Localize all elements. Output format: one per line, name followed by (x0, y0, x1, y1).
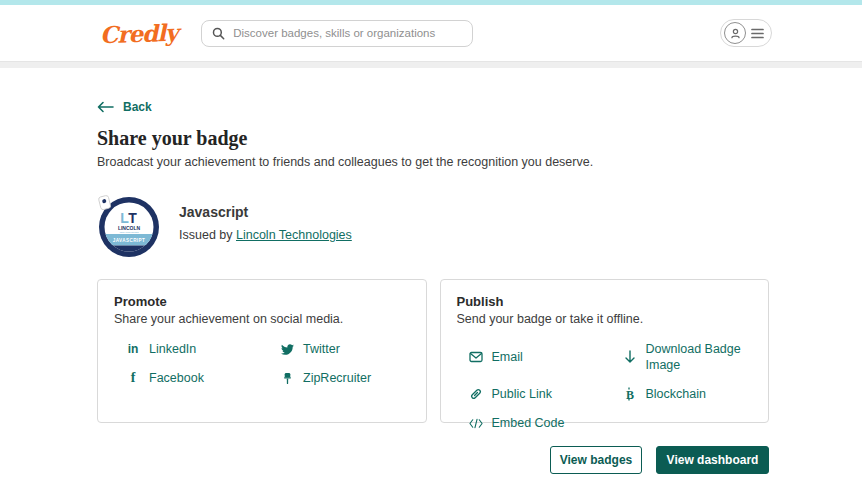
badge-meta: Javascript Issued by Lincoln Technologie… (179, 194, 352, 242)
issued-by-prefix: Issued by (179, 228, 236, 242)
download-icon (623, 350, 637, 364)
share-twitter-link[interactable]: Twitter (280, 341, 410, 357)
svg-text:JAVASCRIPT: JAVASCRIPT (113, 238, 145, 243)
header-bar: Credly (0, 5, 862, 62)
footer-actions: View badges View dashboard (97, 446, 769, 474)
back-arrow-icon (97, 101, 114, 113)
promote-card: Promote Share your achievement on social… (97, 279, 427, 423)
public-link-link[interactable]: Public Link (469, 386, 623, 402)
view-badges-button[interactable]: View badges (550, 446, 642, 474)
hamburger-menu-icon (751, 28, 764, 39)
share-link-label: Embed Code (492, 415, 565, 431)
badge-summary: L T LINCOLN TECHNOLOGIES JAVASCRIPT Java… (97, 194, 769, 258)
embed-code-link[interactable]: Embed Code (469, 415, 623, 431)
credly-logo[interactable]: Credly (100, 18, 178, 48)
share-link-label: Download Badge Image (646, 341, 753, 373)
email-icon (469, 350, 483, 364)
svg-text:B: B (626, 388, 634, 402)
user-icon (729, 27, 742, 40)
badge-issuer-line: Issued by Lincoln Technologies (179, 228, 352, 242)
share-facebook-link[interactable]: f Facebook (126, 370, 280, 386)
issuer-link[interactable]: Lincoln Technologies (236, 228, 352, 242)
view-dashboard-button[interactable]: View dashboard (656, 446, 769, 474)
page-title: Share your badge (97, 127, 769, 150)
main-content: Back Share your badge Broadcast your ach… (97, 68, 769, 474)
download-badge-image-link[interactable]: Download Badge Image (623, 341, 753, 373)
blockchain-link[interactable]: B Blockchain (623, 386, 753, 402)
share-link-label: Blockchain (646, 386, 706, 402)
search-bar[interactable] (201, 20, 473, 47)
publish-card: Publish Send your badge or take it offli… (440, 279, 770, 423)
share-link-label: Public Link (492, 386, 552, 402)
linkedin-icon: in (126, 342, 140, 356)
credly-share-badge-page: Credly Back (0, 0, 862, 479)
facebook-icon: f (126, 371, 140, 385)
back-link[interactable]: Back (97, 100, 152, 114)
embed-code-icon (469, 416, 483, 430)
share-link-label: ZipRecruiter (303, 370, 371, 386)
promote-description: Share your achievement on social media. (114, 312, 410, 326)
publish-title: Publish (457, 294, 753, 309)
share-link-label: Email (492, 349, 523, 365)
link-icon (469, 387, 483, 401)
share-options: Promote Share your achievement on social… (97, 279, 769, 423)
back-label: Back (123, 100, 152, 114)
account-menu-button[interactable] (720, 19, 772, 47)
publish-links: Email Download Badge Image (457, 341, 753, 431)
search-input[interactable] (233, 27, 462, 39)
share-link-label: Twitter (303, 341, 340, 357)
share-link-label: Facebook (149, 370, 204, 386)
publish-description: Send your badge or take it offline. (457, 312, 753, 326)
badge-name: Javascript (179, 204, 352, 220)
ziprecruiter-icon (280, 371, 294, 385)
share-ziprecruiter-link[interactable]: ZipRecruiter (280, 370, 410, 386)
share-link-label: LinkedIn (149, 341, 196, 357)
promote-links: in LinkedIn Twitter f Facebook (114, 341, 410, 386)
svg-text:TECHNOLOGIES: TECHNOLOGIES (120, 231, 139, 234)
page-subtitle: Broadcast your achievement to friends an… (97, 155, 769, 169)
avatar (724, 22, 746, 44)
share-linkedin-link[interactable]: in LinkedIn (126, 341, 280, 357)
promote-title: Promote (114, 294, 410, 309)
search-icon (212, 27, 225, 40)
badge-image: L T LINCOLN TECHNOLOGIES JAVASCRIPT (97, 194, 161, 258)
blockchain-icon: B (623, 387, 637, 401)
share-email-link[interactable]: Email (469, 341, 623, 373)
svg-text:LINCOLN: LINCOLN (118, 225, 141, 231)
badge-ribbon (98, 195, 111, 210)
twitter-icon (280, 342, 294, 356)
